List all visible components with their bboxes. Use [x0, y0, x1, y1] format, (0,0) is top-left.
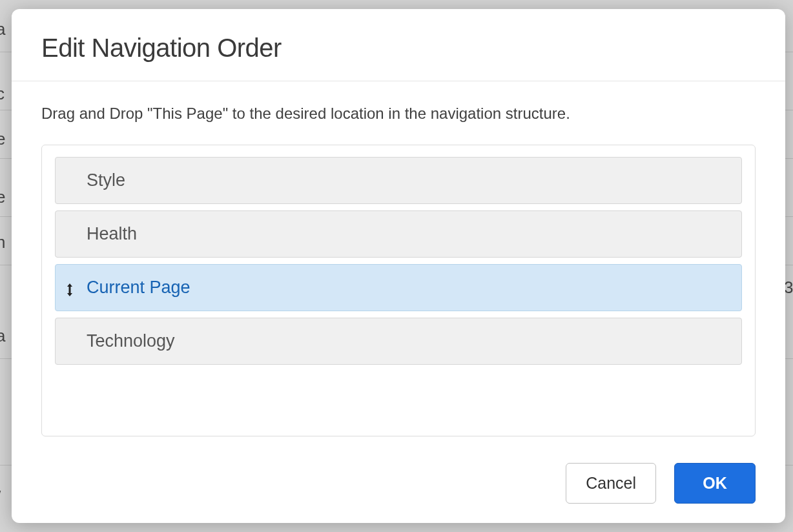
nav-item-current-page[interactable]: Current Page — [55, 264, 742, 311]
navigation-list-container: Style Health Current Page Technology — [41, 145, 756, 436]
cancel-button[interactable]: Cancel — [566, 463, 656, 504]
bg-fragment: n — [0, 232, 5, 252]
bg-fragment: e — [0, 129, 5, 149]
ok-button[interactable]: OK — [674, 463, 756, 504]
bg-fragment: a — [0, 19, 5, 39]
dialog-title: Edit Navigation Order — [41, 34, 756, 63]
instruction-text: Drag and Drop "This Page" to the desired… — [41, 105, 756, 123]
nav-item-label: Technology — [87, 331, 175, 351]
bg-fragment: 3 — [784, 278, 793, 298]
bg-fragment: e — [0, 187, 5, 207]
dialog-body: Drag and Drop "This Page" to the desired… — [12, 81, 785, 456]
nav-item-health[interactable]: Health — [55, 210, 742, 258]
bg-fragment: a — [0, 326, 5, 346]
nav-item-label: Current Page — [87, 278, 191, 297]
nav-item-label: Style — [87, 170, 125, 190]
nav-item-technology[interactable]: Technology — [55, 318, 742, 365]
bg-fragment: c — [0, 84, 5, 104]
edit-navigation-order-dialog: Edit Navigation Order Drag and Drop "Thi… — [12, 9, 785, 523]
drag-handle-icon[interactable] — [65, 281, 76, 295]
bg-fragment: / — [0, 487, 1, 507]
nav-item-style[interactable]: Style — [55, 157, 742, 204]
dialog-header: Edit Navigation Order — [12, 9, 785, 81]
dialog-footer: Cancel OK — [12, 456, 785, 523]
nav-item-label: Health — [87, 224, 137, 243]
